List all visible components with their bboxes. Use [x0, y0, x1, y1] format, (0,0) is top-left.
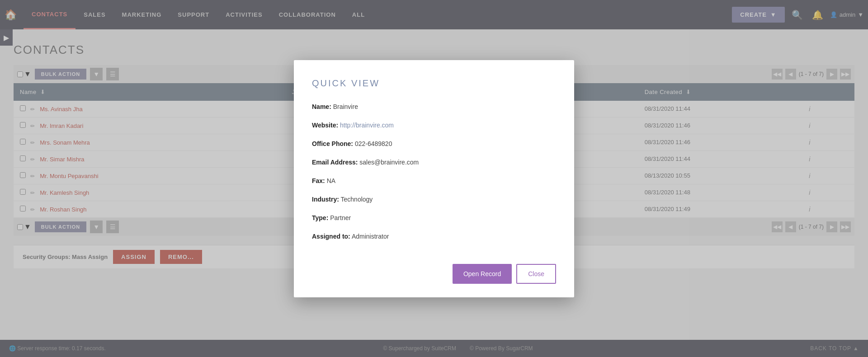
modal-footer: Open Record Close [312, 264, 556, 284]
field-label-6: Type: [312, 214, 328, 221]
modal-overlay: QUICK VIEW Name: BrainvireWebsite: http:… [0, 0, 868, 357]
close-modal-button[interactable]: Close [516, 264, 556, 284]
field-label-5: Industry: [312, 196, 339, 203]
field-value-0: Brainvire [333, 103, 358, 110]
field-label-1: Website: [312, 122, 338, 129]
modal-title: QUICK VIEW [312, 78, 556, 89]
field-value-5: Technology [341, 196, 373, 203]
open-record-button[interactable]: Open Record [453, 264, 512, 284]
field-label-2: Office Phone: [312, 140, 353, 147]
modal-field-3: Email Address: sales@brainvire.com [312, 158, 556, 167]
field-value-4: NA [327, 177, 335, 184]
modal-field-7: Assigned to: Administrator [312, 232, 556, 241]
field-label-7: Assigned to: [312, 233, 350, 240]
modal-field-4: Fax: NA [312, 176, 556, 186]
modal-field-5: Industry: Technology [312, 195, 556, 204]
field-value-3: sales@brainvire.com [359, 159, 419, 166]
field-value-6: Partner [330, 214, 351, 221]
field-value-1: http://brainvire.com [340, 122, 394, 129]
modal-field-0: Name: Brainvire [312, 102, 556, 112]
modal-body: Name: BrainvireWebsite: http://brainvire… [312, 102, 556, 250]
field-value-7: Administrator [352, 233, 389, 240]
modal-field-1: Website: http://brainvire.com [312, 121, 556, 130]
field-label-0: Name: [312, 103, 331, 110]
modal-field-6: Type: Partner [312, 213, 556, 223]
field-value-2: 022-6489820 [355, 140, 392, 147]
quick-view-modal: QUICK VIEW Name: BrainvireWebsite: http:… [294, 60, 574, 297]
field-label-4: Fax: [312, 177, 325, 184]
field-label-3: Email Address: [312, 159, 358, 166]
modal-field-2: Office Phone: 022-6489820 [312, 139, 556, 149]
